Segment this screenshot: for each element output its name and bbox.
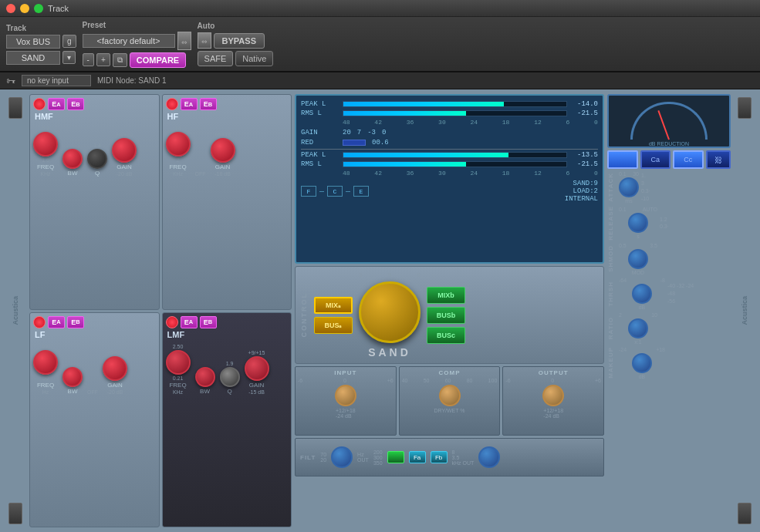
preset-name-display[interactable]: <factory default> <box>83 34 175 48</box>
track-sand-display[interactable]: SAND <box>6 51 60 65</box>
hmf-label: HMF <box>35 112 53 121</box>
comp-cc-btn[interactable]: Cc <box>673 150 704 169</box>
circuit-row: F C E <box>301 180 369 203</box>
left-strip-btn-top[interactable] <box>8 97 22 119</box>
thrsh-knob[interactable] <box>632 284 652 304</box>
auto-toggle-btn[interactable]: ⇔ <box>198 32 211 49</box>
bus-a-btn[interactable]: BUSₐ <box>314 317 353 334</box>
display-info: SAND:9 LOAD:2 INTERNAL <box>565 180 598 203</box>
right-strip-btn-top[interactable] <box>738 97 752 119</box>
safe-btn[interactable]: SAFE <box>198 51 234 66</box>
rms-l-bar-container <box>343 110 567 116</box>
hf-gain-group: +6/+16 GAIN -16 dB <box>211 132 235 177</box>
right-comp-section: dB REDUCTION Ca Cc ⛓ ATTACK 0.1 30 ms 1.… <box>607 94 731 527</box>
midi-key-input[interactable] <box>22 75 91 86</box>
mix-b-btn[interactable]: MIXb <box>427 287 465 304</box>
comp-sub-knob[interactable] <box>439 385 461 406</box>
hmf-q-label: Q <box>95 170 100 177</box>
attack-knob[interactable] <box>619 177 639 197</box>
hmf-freq-knob[interactable] <box>33 132 58 157</box>
hmf-power-btn[interactable] <box>33 98 46 110</box>
release-knob[interactable] <box>628 213 648 233</box>
comp-link-btn[interactable]: ⛓ <box>706 150 731 169</box>
lmf-header: EA EB <box>166 316 289 328</box>
hf-ea-btn[interactable]: EA <box>181 98 198 110</box>
track-g-btn[interactable]: g <box>62 35 76 48</box>
plus-btn[interactable]: + <box>96 53 110 66</box>
minus-btn[interactable]: - <box>83 53 94 66</box>
lf-eb-btn[interactable]: EB <box>67 316 84 328</box>
comp-ca-btn[interactable]: Ca <box>640 150 671 169</box>
comp-btns-row: Ca Cc ⛓ <box>607 150 731 169</box>
level-display: PEAK L -14.0 RMS L -21.5 484236302418126… <box>295 94 604 264</box>
red-bar <box>343 140 366 146</box>
hmf-gain-group: +8/+20 GAIN -20 dB <box>112 132 137 177</box>
filt-knob-low[interactable] <box>331 446 353 468</box>
circuit-f-btn[interactable]: F <box>301 186 316 197</box>
bypass-btn[interactable]: BYPASS <box>214 33 265 49</box>
mix-a-btn[interactable]: MIXₐ <box>314 297 353 314</box>
red-value: 00.6 <box>372 139 389 146</box>
main-control-knob[interactable] <box>359 281 421 343</box>
lf-bw-knob[interactable] <box>62 367 83 387</box>
circuit-c-btn[interactable]: C <box>327 186 343 197</box>
lf-gain-label: GAIN <box>107 382 123 389</box>
lmf-power-btn[interactable] <box>166 316 178 328</box>
lf-freq-knob[interactable] <box>33 350 58 375</box>
ratio-scale-hi: 10 <box>651 312 657 318</box>
hmf-q-scale-hi: 1.4 <box>93 143 101 148</box>
ratio-knob[interactable] <box>628 318 648 338</box>
eq-grid: EA EB HMF 5.3 1.6 FREQ KHz BW 1.4 <box>29 94 292 527</box>
filt-knob-high[interactable] <box>478 446 500 468</box>
right-strip-btn-bottom[interactable] <box>738 503 752 524</box>
hmf-q-knob[interactable] <box>87 149 107 169</box>
lmf-q-knob[interactable] <box>220 367 240 387</box>
lmf-bw-knob[interactable] <box>195 367 215 387</box>
filt-power-btn[interactable] <box>387 451 404 463</box>
comp-power-btn[interactable] <box>607 150 638 169</box>
minimize-btn[interactable] <box>20 4 29 13</box>
bus-b-btn[interactable]: BUSb <box>427 307 465 324</box>
circuit-e-btn[interactable]: E <box>353 186 369 197</box>
hmf-gain-scale2: -20 dB <box>117 171 133 177</box>
right-strip: Acustica <box>734 94 755 527</box>
filt-fb-btn[interactable]: Fb <box>431 451 448 463</box>
bus-c-btn[interactable]: BUSc <box>427 327 465 344</box>
hf-eb-btn[interactable]: EB <box>200 98 217 110</box>
track-name-display[interactable]: Vox BUS <box>6 35 60 49</box>
left-strip-btn-bottom[interactable] <box>8 503 22 524</box>
hmf-eb-btn[interactable]: EB <box>67 98 84 110</box>
lmf-eb-btn[interactable]: EB <box>200 316 217 328</box>
lmf-ea-btn[interactable]: EA <box>181 316 198 328</box>
lf-ea-btn[interactable]: EA <box>48 316 65 328</box>
native-btn[interactable]: Native <box>235 51 273 66</box>
lmf-gain-knob[interactable] <box>245 356 269 381</box>
compare-btn[interactable]: COMPARE <box>130 52 186 68</box>
filt-fa-btn[interactable]: Fa <box>409 451 426 463</box>
close-btn[interactable] <box>6 4 15 13</box>
hf-freq-knob[interactable] <box>166 132 191 157</box>
lmf-q-label: Q <box>227 388 231 395</box>
makeup-knob[interactable] <box>632 353 652 373</box>
output-db: +12/+18-24 dB <box>543 408 563 419</box>
hmf-ea-btn[interactable]: EA <box>48 98 65 110</box>
title-bar: Track <box>0 0 760 17</box>
peak-l-bar-container <box>343 101 567 107</box>
peak-l2-key: PEAK L <box>301 151 339 159</box>
shmod-knob[interactable] <box>628 249 648 269</box>
hmf-gain-knob[interactable] <box>112 138 137 163</box>
lmf-freq-knob[interactable] <box>166 350 191 375</box>
output-knob[interactable] <box>542 385 564 406</box>
auto-btn[interactable]: ⇔ <box>177 32 191 50</box>
hmf-bw-knob[interactable] <box>62 149 83 169</box>
track-section: Track Vox BUS g SAND ▾ <box>6 24 76 65</box>
hmf-section: EA EB HMF 5.3 1.6 FREQ KHz BW 1.4 <box>29 94 160 310</box>
hf-power-btn[interactable] <box>166 98 178 110</box>
hf-gain-knob[interactable] <box>211 138 235 163</box>
copy-btn[interactable]: ⧉ <box>113 53 127 67</box>
maximize-btn[interactable] <box>34 4 43 13</box>
input-knob[interactable] <box>335 385 356 406</box>
lf-power-btn[interactable] <box>33 316 46 328</box>
lf-gain-knob[interactable] <box>103 356 127 381</box>
track-sand-dropdown[interactable]: ▾ <box>62 51 76 64</box>
